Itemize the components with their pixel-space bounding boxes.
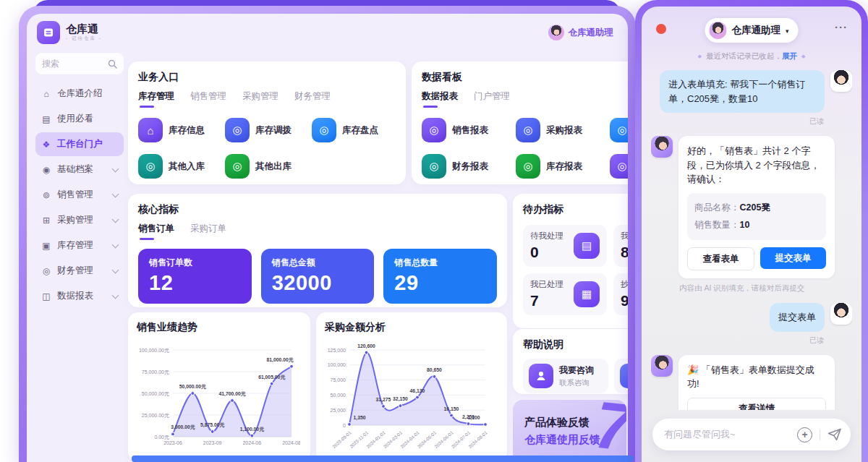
tab-purchase-mgmt[interactable]: 采购管理 [242,90,278,108]
todo-created-by-me[interactable]: 我创建的8 ▤ [613,225,628,267]
expand-history-link[interactable]: 展开 [782,51,797,60]
history-collapsed-notice: ◆最近对话记录已收起，展开◆ [651,51,852,61]
more-menu-icon[interactable]: ··· [835,21,848,33]
chat-window-title: 仓库通助理 [731,24,780,37]
sidebar-item-inventory[interactable]: ▣库存管理 [35,234,124,257]
todo-cc-me[interactable]: 抄送我的9 ▦ [613,273,628,315]
assistant-text: 好的，「销售表」共计 2 个字段，已为你填入 2 个字段信息，请确认： [687,144,826,187]
tile-inventory-info[interactable]: ⌂库存信息 [138,118,225,142]
data-dashboard-card: 数据看板 数据报表 门户管理 ◎销售报表 ◎采购报表 ◎资金报表 ◎财务报表 ◎… [412,61,628,184]
business-entry-title: 业务入口 [138,71,396,84]
tab-data-reports[interactable]: 数据报表 [422,90,458,108]
send-icon[interactable] [827,428,842,441]
view-details-button[interactable]: 查看详情 [687,398,826,411]
stocktake-icon: ◎ [312,118,336,142]
svg-text:25,000.00元: 25,000.00元 [142,413,169,418]
sparkle-icon: ◆ [698,54,702,59]
close-button[interactable] [656,24,666,34]
archive-icon: ◉ [41,165,51,175]
svg-text:2024-06: 2024-06 [242,440,261,445]
user-message-bubble: 提交表单 [770,303,825,332]
tile-inventory-report[interactable]: ◎库存报表 [516,154,610,179]
tile-finance-report[interactable]: ◎财务报表 [422,154,516,179]
tile-other-outbound[interactable]: ◎其他出库 [225,154,312,179]
business-tiles: ⌂库存信息 ◎库存调拨 ◎库存盘点 ◎其他入库 ◎其他出库 [138,118,396,179]
sidebar-item-sales[interactable]: ⊚销售管理 [35,183,124,207]
form-action-buttons: 查看表单 提交表单 [687,247,826,270]
tile-other-inbound[interactable]: ◎其他入库 [138,154,225,179]
inventory-icon: ▣ [41,241,51,251]
search-input[interactable]: 搜索 [35,53,124,74]
svg-text:81,000.00元: 81,000.00元 [266,357,293,363]
tab-sales-orders[interactable]: 销售订单 [138,223,174,240]
ai-fill-hint: 内容由 AI 识别填充，请核对后再提交 [679,283,852,294]
tab-sales-mgmt[interactable]: 销售管理 [190,90,226,108]
attach-plus-icon[interactable]: + [797,427,812,442]
tab-portal-mgmt[interactable]: 门户管理 [474,90,510,108]
tile-inventory-transfer[interactable]: ◎库存调拨 [225,118,312,142]
user-message: 进入表单填充: 帮我下一个销售订单，C205凳，数量10 [651,70,852,113]
sidebar-item-finance[interactable]: ◎财务管理 [35,259,124,283]
svg-text:2024-08: 2024-08 [282,440,300,445]
tile-purchase-report[interactable]: ◎采购报表 [516,118,610,142]
doc-clock-icon: ▤ [574,233,600,259]
submit-form-button[interactable]: 提交表单 [760,247,826,269]
todo-processed[interactable]: 我已处理7 ▦ [523,273,607,315]
feedback-banner[interactable]: 产品体验反馈 仓库通使用反馈 7 [513,400,626,462]
report-disc-icon: ◎ [516,154,540,179]
tab-inventory-mgmt[interactable]: 库存管理 [138,90,174,108]
form-field-row: 商品名称：C205凳 [694,199,819,217]
tab-purchase-orders[interactable]: 采购订单 [190,223,226,240]
inbound-icon: ◎ [138,154,163,179]
view-form-button[interactable]: 查看表单 [687,247,754,270]
chat-input-bar[interactable]: 有问题尽管问我~ + [652,419,851,450]
svg-text:0: 0 [343,423,346,428]
assistant-selector[interactable]: 仓库通助理 ▾ [705,18,798,43]
report-disc-icon: ◎ [422,154,446,179]
svg-text:46,130: 46,130 [410,388,425,394]
header-assistant-entry[interactable]: 仓库通助理 [548,25,614,40]
svg-text:2024-08-01: 2024-08-01 [467,429,488,449]
sparkle-icon: ◆ [801,54,805,59]
todo-pending[interactable]: 待我处理0 ▤ [523,225,607,267]
sidebar-item-reports[interactable]: ◫数据报表 [35,284,124,308]
tile-sales-report[interactable]: ◎销售报表 [422,118,516,142]
svg-text:75,000.00元: 75,000.00元 [142,369,169,375]
stat-sales-total-qty: 销售总数量 29 [383,249,497,304]
app-logo: 仓库通 - 记住仓库 - [37,21,102,44]
core-metrics-tabs: 销售订单 采购订单 [138,223,497,240]
purchase-analysis-chart: 025,00050,00075,000100,000125,0002023-09… [325,338,497,453]
sidebar-item-intro[interactable]: ⌂仓库通介绍 [35,82,124,106]
decorative-seven: 7 [591,400,626,462]
assistant-text: 🎉 「销售表」表单数据提交成功! [687,363,826,391]
help-card: 帮助说明 我要咨询 联系咨询 ? [513,329,628,394]
read-status: 已读 [651,335,824,346]
tile-stocktake[interactable]: ◎库存盘点 [312,118,399,142]
message-list[interactable]: 进入表单填充: 帮我下一个销售订单，C205凳，数量10 已读 好的，「销售表」… [651,70,852,410]
core-metrics-title: 核心指标 [138,203,497,216]
report-disc-icon: ◎ [422,118,446,142]
assistant-message-bubble: 🎉 「销售表」表单数据提交成功! 查看详情 [678,355,835,411]
doc-icon: ▤ [41,114,51,124]
finance-icon: ◎ [41,266,51,276]
sales-trend-chart: 0.00元25,000.00元50,000.00元75,000.00元100,0… [137,338,300,451]
main-app-window: 仓库通 - 记住仓库 - 仓库通助理 搜索 ⌂仓库通介绍 ▤使用必看 ❖工作台门… [19,6,636,462]
help-faq[interactable]: ? [614,359,628,393]
tile-capital-report[interactable]: ◎资金报表 [610,118,628,142]
help-contact[interactable]: 我要咨询 联系咨询 [523,359,608,393]
sidebar-item-workbench-portal[interactable]: ❖工作台门户 [35,132,124,156]
tab-finance-mgmt[interactable]: 财务管理 [294,90,331,108]
svg-text:5,875.00元: 5,875.00元 [200,422,224,428]
search-icon [108,59,117,69]
form-field-row: 销售数量：10 [694,216,819,234]
brand-name: 仓库通 [66,23,102,35]
dashboard-tiles: ◎销售报表 ◎采购报表 ◎资金报表 ◎财务报表 ◎库存报表 ◎库龄报表 [422,118,628,179]
tile-stock-age-report[interactable]: ◎库龄报表 [610,154,628,179]
form-fields-panel: 商品名称：C205凳 销售数量：10 [687,193,826,241]
chat-header: 仓库通助理 ▾ ··· [651,15,852,46]
sidebar-item-purchase[interactable]: ⊞采购管理 [35,208,124,232]
sidebar-item-must-read[interactable]: ▤使用必看 [35,107,124,131]
sidebar-item-base-archive[interactable]: ◉基础档案 [35,158,124,181]
user-message: 提交表单 [651,303,852,332]
svg-text:16,150: 16,150 [444,406,459,412]
